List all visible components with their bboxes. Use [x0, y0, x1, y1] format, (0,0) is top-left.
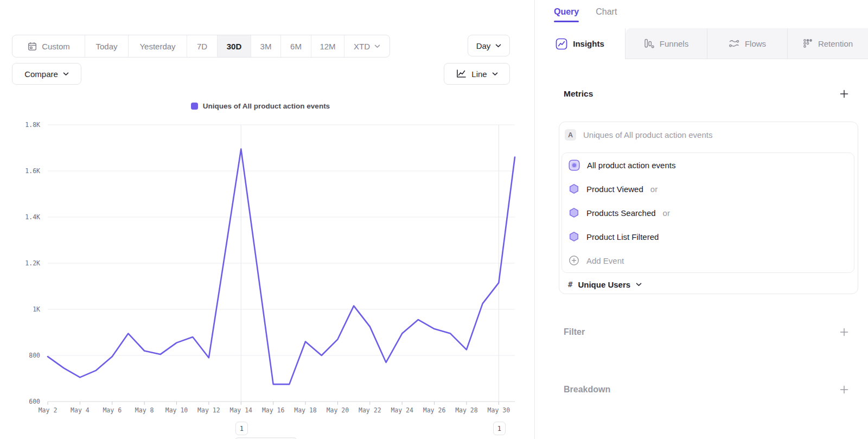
tab-chart[interactable]: Chart: [596, 7, 617, 22]
add-event-button[interactable]: Add Event: [562, 249, 854, 272]
range-label: XTD: [354, 42, 370, 51]
tab-funnels[interactable]: Funnels: [626, 28, 707, 59]
range-12m[interactable]: 12M: [311, 35, 344, 57]
x-axis-tick-label: May 18: [294, 406, 317, 414]
range-label: Custom: [42, 42, 70, 51]
chevron-down-icon: [374, 44, 380, 48]
annotation-marker[interactable]: 1: [235, 422, 248, 435]
y-axis-tick-label: 1.6K: [25, 167, 40, 175]
event-label: Product List Filtered: [586, 232, 659, 241]
aggregation-label: Unique Users: [578, 280, 630, 289]
x-axis-tick-label: May 14: [230, 406, 253, 414]
y-axis-tick-label: 600: [29, 398, 40, 405]
report-type-tabs: Insights Funnels Flows: [535, 28, 868, 59]
insights-icon: [556, 38, 567, 50]
range-xtd[interactable]: XTD: [344, 35, 390, 57]
x-axis-tick-label: May 16: [262, 406, 285, 414]
retention-icon: [803, 39, 813, 48]
metric-card: A Uniques of All product action events A…: [559, 122, 858, 294]
x-axis-tick-label: May 6: [103, 406, 122, 414]
x-axis-tick-label: May 26: [423, 406, 446, 414]
trend-line[interactable]: [48, 149, 515, 384]
event-row-product-list-filtered[interactable]: Product List Filtered: [562, 225, 854, 249]
chevron-down-icon: [495, 44, 501, 48]
add-circle-icon: [569, 255, 579, 266]
event-suffix: or: [663, 208, 670, 218]
tab-label: Funnels: [660, 39, 688, 48]
add-breakdown-icon[interactable]: [840, 385, 848, 394]
granularity-label: Day: [476, 41, 491, 50]
tab-label: Insights: [573, 39, 604, 48]
event-group-icon: [569, 160, 580, 171]
event-row-product-viewed[interactable]: Product Viewed or: [562, 177, 854, 201]
x-axis-tick-label: May 22: [359, 406, 381, 414]
event-row-products-searched[interactable]: Products Searched or: [562, 201, 854, 225]
chevron-down-icon: [63, 72, 69, 76]
x-axis-tick-label: May 4: [71, 406, 90, 414]
tab-flows[interactable]: Flows: [707, 28, 787, 59]
x-axis-tick-label: May 20: [327, 406, 349, 414]
range-label: 30D: [227, 42, 242, 51]
y-axis-tick-label: 1.8K: [25, 121, 40, 129]
metric-group-row[interactable]: A Uniques of All product action events: [565, 129, 852, 141]
range-30d-selected[interactable]: 30D: [217, 35, 251, 57]
legend-label: Uniques of All product action events: [203, 102, 330, 110]
y-axis-tick-label: 800: [29, 352, 40, 359]
funnels-icon: [644, 39, 654, 48]
chart-type-label: Line: [471, 69, 487, 79]
metrics-header: Metrics: [564, 87, 848, 101]
y-axis-tick-label: 1K: [33, 306, 40, 313]
tab-retention[interactable]: Retention: [787, 28, 868, 59]
event-label: Product Viewed: [586, 184, 643, 194]
breakdown-heading: Breakdown: [564, 385, 610, 395]
range-label: 3M: [260, 42, 272, 51]
x-axis-tick-label: May 24: [391, 406, 413, 414]
range-yesterday[interactable]: Yesterday: [128, 35, 187, 57]
event-label: Products Searched: [586, 208, 656, 218]
number-icon: #: [568, 280, 572, 289]
chart-pane: 6008001K1.2K1.4K1.6K1.8KMay 2May 4May 6M…: [0, 0, 534, 439]
date-range-selector: Custom Today Yesterday 7D 30D 3M 6M 12M …: [12, 35, 390, 58]
aggregation-dropdown[interactable]: # Unique Users: [562, 273, 854, 295]
range-label: Yesterday: [139, 42, 175, 51]
tab-label: Flows: [745, 39, 766, 48]
metrics-heading: Metrics: [564, 89, 593, 99]
tab-label: Chart: [596, 7, 617, 16]
add-event-label: Add Event: [586, 256, 624, 265]
active-tab-underline: [554, 21, 579, 22]
range-label: 12M: [320, 42, 335, 51]
range-label: Today: [95, 42, 117, 51]
query-panel: Query Chart Insights Funnels: [534, 0, 868, 439]
range-custom[interactable]: Custom: [12, 35, 85, 57]
range-6m[interactable]: 6M: [280, 35, 311, 57]
tab-insights[interactable]: Insights: [535, 28, 626, 59]
breakdown-section: Breakdown: [564, 382, 848, 397]
add-filter-icon[interactable]: [840, 328, 848, 336]
hexagon-event-icon: [569, 183, 579, 194]
calendar-icon: [27, 41, 37, 52]
flows-icon: [729, 39, 739, 48]
annotation-marker[interactable]: 1: [493, 422, 506, 435]
metric-letter-badge: A: [565, 129, 576, 141]
x-axis-tick-label: May 8: [135, 406, 154, 414]
metric-group-label: Uniques of All product action events: [583, 130, 712, 139]
range-label: 7D: [197, 42, 207, 51]
x-axis-tick-label: May 10: [165, 406, 188, 414]
x-axis-tick-label: May 12: [197, 406, 220, 414]
compare-dropdown[interactable]: Compare: [12, 63, 81, 85]
tab-label: Query: [554, 7, 579, 16]
compare-label: Compare: [24, 69, 58, 79]
event-list: All product action events Product Viewed…: [561, 152, 854, 273]
range-3m[interactable]: 3M: [251, 35, 280, 57]
granularity-dropdown[interactable]: Day: [468, 35, 510, 56]
event-row-all-product-action-events[interactable]: All product action events: [562, 153, 854, 177]
tab-query[interactable]: Query: [554, 7, 579, 22]
view-tabs: Query Chart: [554, 7, 617, 22]
hexagon-event-icon: [569, 207, 579, 218]
chevron-down-icon: [636, 283, 642, 287]
add-metric-icon[interactable]: [840, 90, 848, 98]
range-today[interactable]: Today: [85, 35, 128, 57]
filter-section: Filter: [564, 325, 848, 340]
range-7d[interactable]: 7D: [187, 35, 217, 57]
chart-type-dropdown[interactable]: Line: [444, 63, 510, 85]
